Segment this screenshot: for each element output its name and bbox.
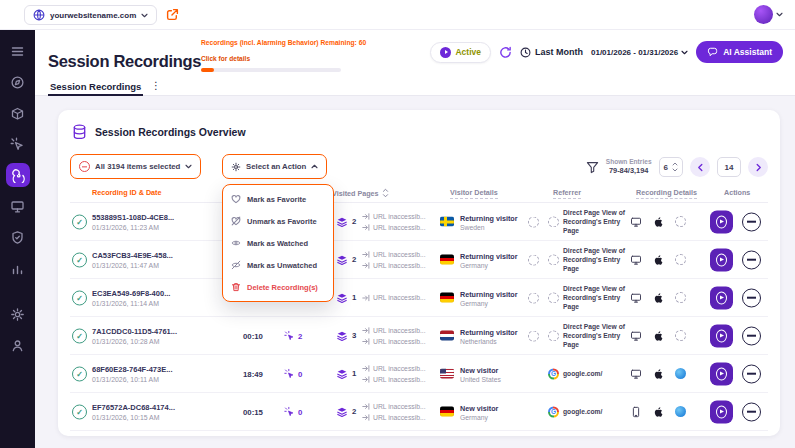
sidebar-item-products[interactable] [6, 101, 30, 125]
sidebar-item-session-recordings[interactable] [6, 163, 30, 187]
menu-button[interactable] [6, 39, 30, 63]
recording-id[interactable]: 7A1CDDC0-11D5-4761... [92, 327, 217, 336]
table-row[interactable]: ✓553889S1-108D-4CE8...01/31/2026, 11:23 … [70, 203, 768, 241]
sort-icon[interactable] [382, 188, 389, 198]
visited-url[interactable]: URL inaccessib... [362, 337, 438, 345]
column-visitor-details[interactable]: Visitor Details [450, 188, 498, 197]
remove-recording-button[interactable] [742, 402, 761, 421]
visitor-details: Returning visitorGermany [440, 289, 544, 306]
click-for-details-link[interactable]: Click for details [201, 55, 250, 62]
recording-id[interactable]: EC3EA549-69F8-400... [92, 289, 217, 298]
clock-icon [520, 47, 531, 58]
sidebar-item-statistics[interactable] [6, 256, 30, 280]
date-range-picker[interactable]: 01/01/2026 - 01/31/2026 [591, 48, 688, 57]
sidebar-item-account[interactable] [6, 333, 30, 357]
recording-id[interactable]: 68F60E28-764F-473E... [92, 365, 217, 374]
next-page-button[interactable] [748, 157, 768, 177]
menu-item-mark-as-favorite[interactable]: Mark as Favorite [223, 188, 333, 210]
recording-date: 01/31/2026, 10:11 AM [92, 376, 217, 383]
row-checkbox[interactable]: ✓ [72, 290, 87, 305]
remove-recording-button[interactable] [742, 364, 761, 383]
row-checkbox[interactable]: ✓ [72, 214, 87, 229]
visited-url[interactable]: URL inaccessib... [362, 413, 438, 421]
recording-id[interactable]: CA53FCB3-4E9E-458... [92, 251, 217, 260]
column-visited-pages[interactable]: Visited Pages [332, 188, 389, 198]
filter-button[interactable] [586, 161, 599, 174]
sidebar-item-screens[interactable] [6, 194, 30, 218]
table-row[interactable]: ✓EF76572A-DC68-4174...01/31/2026, 10:15 … [70, 393, 768, 431]
current-page-indicator[interactable]: 14 [717, 157, 741, 177]
table-header: Recording ID & Date Visited Pages Visito… [70, 186, 768, 203]
play-status-icon [440, 47, 451, 58]
page-entry-icon [362, 326, 370, 334]
play-recording-button[interactable] [710, 400, 733, 423]
referrer-text: Direct Page View of Recording's Entry Pa… [563, 284, 628, 311]
funnel-icon [586, 161, 599, 174]
play-recording-button[interactable] [710, 286, 733, 309]
visited-url[interactable]: URL inaccessib... [362, 212, 438, 220]
refresh-button[interactable] [499, 46, 512, 59]
tab-session-recordings[interactable]: Session Recordings [48, 78, 143, 96]
page-entry-icon [362, 261, 370, 269]
column-referrer[interactable]: Referrer [553, 188, 581, 197]
recording-details [630, 330, 686, 342]
recording-id[interactable]: 553889S1-108D-4CE8... [92, 213, 217, 222]
sidebar-item-privacy[interactable] [6, 225, 30, 249]
active-status-toggle[interactable]: Active [430, 42, 491, 63]
visited-url[interactable]: URL inaccessib... [362, 250, 438, 258]
play-recording-button[interactable] [710, 210, 733, 233]
row-checkbox[interactable]: ✓ [72, 328, 87, 343]
menu-item-delete-recording-s[interactable]: Delete Recording(s) [223, 276, 333, 298]
sidebar-item-settings[interactable] [6, 302, 30, 326]
table-row[interactable]: ✓7A1CDDC0-11D5-4761...01/31/2026, 10:28 … [70, 317, 768, 355]
visited-url[interactable]: URL inaccessib... [362, 326, 438, 334]
row-actions [710, 248, 761, 271]
open-website-button[interactable] [166, 8, 179, 21]
ai-assistant-button[interactable]: AI Assistant [696, 41, 783, 63]
select-all-dropdown[interactable]: All 3194 items selected [70, 154, 201, 179]
visited-url[interactable]: URL inaccessib... [362, 261, 438, 269]
previous-page-button[interactable] [690, 157, 710, 177]
menu-item-unmark-as-favorite[interactable]: Unmark as Favorite [223, 210, 333, 232]
menu-item-mark-as-watched[interactable]: Mark as Watched [223, 232, 333, 254]
referrer: Direct Page View of Recording's Entry Pa… [548, 208, 628, 235]
column-recording-details[interactable]: Recording Details [636, 188, 697, 197]
remove-recording-button[interactable] [742, 326, 761, 345]
menu-item-mark-as-unwatched[interactable]: Mark as Unwatched [223, 254, 333, 276]
visited-url[interactable]: URL inaccessib... [362, 294, 438, 302]
site-selector[interactable]: yourwebsitename.com [24, 5, 157, 25]
click-count: 0 [284, 406, 302, 417]
account-menu[interactable] [754, 5, 783, 24]
page-size-control[interactable]: 6 [659, 157, 683, 177]
play-recording-button[interactable] [710, 324, 733, 347]
table-row[interactable]: ✓CA53FCB3-4E9E-458...01/31/2026, 11:47 A… [70, 241, 768, 279]
column-recording-id-date[interactable]: Recording ID & Date [92, 188, 162, 197]
layers-icon [336, 406, 348, 418]
visited-url[interactable]: URL inaccessib... [362, 364, 438, 372]
play-recording-button[interactable] [710, 248, 733, 271]
tab-options-kebab[interactable]: ⋮ [151, 80, 161, 91]
action-menu: Mark as FavoriteUnmark as FavoriteMark a… [222, 184, 334, 302]
visited-url[interactable]: URL inaccessib... [362, 223, 438, 231]
row-actions [710, 400, 761, 423]
visited-url[interactable]: URL inaccessib... [362, 375, 438, 383]
remove-recording-button[interactable] [742, 212, 761, 231]
row-checkbox[interactable]: ✓ [72, 366, 87, 381]
row-checkbox[interactable]: ✓ [72, 252, 87, 267]
gear-icon [10, 307, 25, 322]
table-row[interactable]: ✓68F60E28-764F-473E...01/31/2026, 10:11 … [70, 355, 768, 393]
select-action-dropdown[interactable]: Select an Action [222, 154, 327, 179]
remove-recording-button[interactable] [742, 288, 761, 307]
remove-recording-button[interactable] [742, 250, 761, 269]
visitor-type: Returning visitor [460, 289, 522, 298]
avatar[interactable] [754, 5, 773, 24]
recording-id[interactable]: EF76572A-DC68-4174... [92, 403, 217, 412]
table-row[interactable]: ✓EC3EA549-69F8-400...01/31/2026, 11:14 A… [70, 279, 768, 317]
sidebar-item-dashboard[interactable] [6, 70, 30, 94]
row-checkbox[interactable]: ✓ [72, 404, 87, 419]
visited-url[interactable]: URL inaccessib... [362, 402, 438, 410]
click-count: 2 [284, 330, 302, 341]
sidebar-item-interactions[interactable] [6, 132, 30, 156]
page-size-stepper[interactable] [672, 162, 678, 172]
play-recording-button[interactable] [710, 362, 733, 385]
